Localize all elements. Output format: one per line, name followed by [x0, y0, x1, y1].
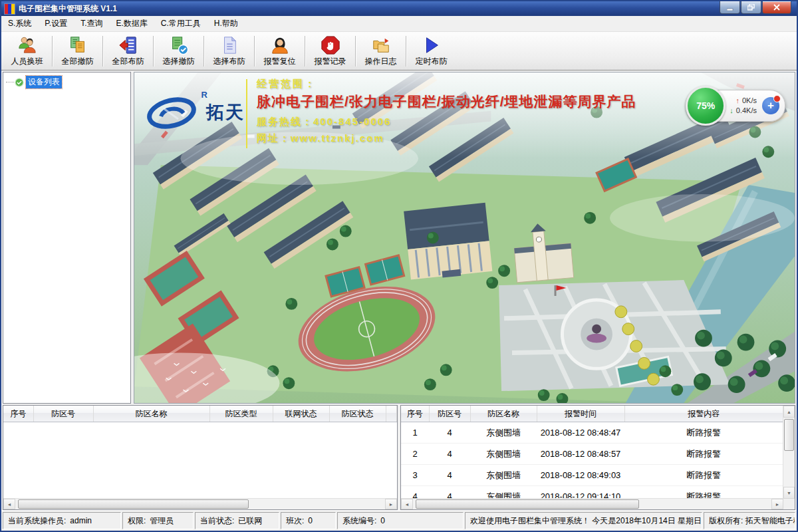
scroll-left-button[interactable]: ◄ [3, 499, 15, 509]
main-content: 设备列表 [1, 70, 797, 405]
col-header-zone-name[interactable]: 防区名称 [93, 406, 209, 422]
window-title: 电子围栏集中管理系统 V1.1 [19, 3, 720, 15]
col-header-zone-state[interactable]: 防区状态 [329, 406, 386, 422]
toolbar-separator [102, 36, 103, 66]
scroll-down-button[interactable]: ▼ [783, 487, 795, 499]
alarm-table-vscrollbar[interactable]: ▲ ▼ [783, 406, 795, 499]
table-cell: 2018-08-12 08:49:03 [537, 465, 624, 486]
notification-dot [773, 95, 781, 102]
service-hotline: 服务热线：400-845-0006 [257, 116, 636, 128]
col-header-seq[interactable]: 序号 [401, 406, 429, 422]
operation-log-button[interactable]: 操作日志 [356, 34, 405, 68]
timed-arm-button[interactable]: 定时布防 [407, 34, 456, 68]
minimize-button[interactable] [720, 1, 740, 14]
arm-all-button[interactable]: 全部布防 [104, 34, 152, 68]
maximize-button[interactable] [741, 1, 761, 14]
menu-system[interactable]: S.系统 [1, 16, 38, 31]
toolbar-separator [305, 36, 305, 66]
menu-bar: S.系统 P.设置 T.查询 E.数据库 C.常用工具 H.帮助 [1, 16, 797, 32]
zone-table-hscrollbar[interactable]: ◄ ► [3, 498, 397, 509]
col-header-zone-type[interactable]: 防区类型 [209, 406, 273, 422]
disarm-select-icon [169, 35, 189, 55]
campus-image-area: R 拓天 经营范围： 脉冲电子围栏/张力电子围栏/振动光纤/埋地泄漏等周界产品 … [134, 72, 795, 404]
website: 网址：www.ttznkj.com [257, 132, 636, 145]
shift-value: 0 [308, 516, 313, 525]
scrollbar-thumb[interactable] [784, 419, 794, 451]
battery-percent-badge[interactable]: 75% [686, 86, 726, 126]
arm-select-button[interactable]: 选择布防 [205, 34, 253, 68]
col-header-alarm-time[interactable]: 报警时间 [537, 406, 624, 422]
toolbar-separator [406, 36, 406, 66]
menu-settings[interactable]: P.设置 [38, 16, 74, 31]
tree-branch-line [6, 82, 14, 82]
status-operator: 当前系统操作员:admin [3, 512, 121, 529]
col-header-net-state[interactable]: 联网状态 [273, 406, 329, 422]
scrollbar-thumb[interactable] [416, 499, 639, 509]
disarm-select-button[interactable]: 选择撤防 [154, 34, 203, 68]
menu-tools[interactable]: C.常用工具 [154, 16, 207, 31]
menu-query[interactable]: T.查询 [74, 16, 109, 31]
close-button[interactable] [762, 1, 791, 14]
operation-log-icon [371, 35, 391, 55]
toolbar-separator [203, 36, 204, 66]
table-cell: 2018-08-12 08:48:47 [537, 422, 624, 444]
widget-plus-button[interactable]: + [762, 97, 779, 114]
table-row[interactable]: 14东侧围墙2018-08-12 08:48:47断路报警 [401, 422, 783, 444]
table-cell: 2018-08-12 08:48:57 [537, 444, 624, 465]
status-shift: 班次:0 [281, 512, 336, 529]
alarm-record-icon [321, 35, 340, 55]
title-bar: 电子围栏集中管理系统 V1.1 [1, 1, 797, 16]
toolbar-separator [355, 36, 356, 66]
scrollbar-thumb[interactable] [18, 499, 249, 509]
scroll-left-button[interactable]: ◄ [401, 499, 413, 509]
table-cell: 断路报警 [624, 444, 783, 465]
menu-database[interactable]: E.数据库 [109, 16, 154, 31]
col-header-seq[interactable]: 序号 [3, 406, 33, 422]
status-bar: 当前系统操作员:admin 权限:管理员 当前状态:已联网 班次:0 系统编号:… [1, 510, 797, 531]
table-row[interactable]: 24东侧围墙2018-08-12 08:48:57断路报警 [401, 444, 783, 465]
table-cell: 断路报警 [624, 422, 783, 444]
app-icon [4, 3, 15, 15]
table-cell: 3 [401, 465, 429, 486]
scrollbar-corner [783, 499, 795, 509]
plus-icon: + [767, 99, 774, 112]
tuotian-logo-icon [144, 91, 205, 134]
table-cell: 东侧围墙 [470, 444, 537, 465]
scroll-up-button[interactable]: ▲ [783, 406, 795, 418]
banner-text: 经营范围： 脉冲电子围栏/张力电子围栏/振动光纤/埋地泄漏等周界产品 服务热线：… [257, 78, 636, 145]
toolbar-separator [254, 36, 255, 66]
toolbar-label: 报警记录 [315, 56, 346, 67]
scroll-right-button[interactable]: ► [771, 499, 783, 509]
disarm-all-button[interactable]: 全部撤防 [53, 34, 102, 68]
status-permission: 权限:管理员 [122, 512, 194, 529]
shift-change-button[interactable]: 人员换班 [3, 34, 51, 68]
trademark-r: R [201, 90, 207, 100]
toolbar-label: 操作日志 [365, 56, 397, 67]
disarm-all-icon [68, 35, 88, 55]
alarm-table-hscrollbar[interactable]: ◄ ► [401, 498, 783, 509]
col-header-alarm-content[interactable]: 报警内容 [624, 406, 783, 422]
table-cell: 断路报警 [624, 465, 783, 486]
col-header-zone-no[interactable]: 防区号 [33, 406, 93, 422]
tree-item-device-list[interactable]: 设备列表 [3, 72, 130, 88]
col-header-zone-no[interactable]: 防区号 [429, 406, 470, 422]
company-logo: R 拓天 [144, 80, 250, 144]
permission-value: 管理员 [150, 515, 174, 527]
table-row[interactable]: 34东侧围墙2018-08-12 08:49:03断路报警 [401, 465, 783, 486]
device-status-icon [15, 78, 24, 87]
menu-help[interactable]: H.帮助 [207, 16, 245, 31]
banner-divider [246, 79, 247, 148]
col-header-zone-name[interactable]: 防区名称 [470, 406, 537, 422]
net-speed-widget[interactable]: 75% ↑0K/s ↓0.4K/s + [686, 90, 785, 122]
tree-item-label: 设备列表 [26, 76, 62, 88]
alarm-record-button[interactable]: 报警记录 [306, 34, 354, 68]
system-no-value: 0 [380, 516, 385, 525]
col-header-filler [386, 406, 397, 422]
table-cell: 2 [401, 444, 429, 465]
table-cell: 4 [429, 465, 470, 486]
download-arrow-icon: ↓ [730, 106, 733, 116]
scroll-right-button[interactable]: ► [385, 499, 397, 509]
status-copyright: 版权所有: 拓天智能电子科技有限 [704, 512, 795, 529]
toolbar-label: 报警复位 [264, 56, 296, 67]
alarm-reset-button[interactable]: 报警复位 [255, 34, 304, 68]
